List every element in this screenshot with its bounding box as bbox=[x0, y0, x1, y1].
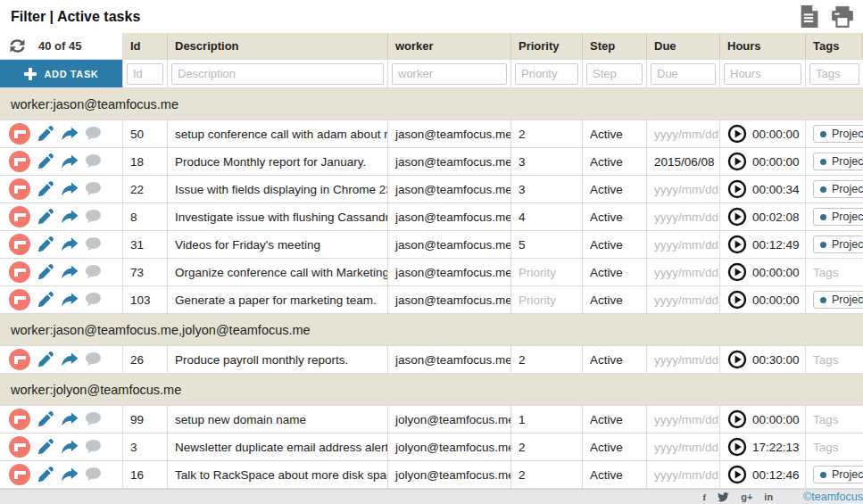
task-due-field[interactable]: yyyy/mm/dd bbox=[647, 120, 720, 147]
tag-chip[interactable]: Project bbox=[813, 125, 863, 143]
task-priority-field[interactable]: 3 bbox=[511, 148, 583, 175]
task-tags-field[interactable]: Project bbox=[806, 461, 863, 488]
start-timer-button[interactable] bbox=[727, 124, 747, 144]
forward-task-button[interactable] bbox=[61, 352, 79, 368]
filter-priority-input[interactable] bbox=[515, 63, 578, 85]
task-tags-field[interactable]: Project bbox=[806, 231, 863, 258]
edit-task-button[interactable] bbox=[37, 125, 54, 143]
linkedin-icon[interactable]: in bbox=[764, 492, 773, 502]
comment-task-button[interactable] bbox=[85, 153, 103, 169]
task-priority-field[interactable]: 1 bbox=[511, 406, 583, 433]
comment-task-button[interactable] bbox=[85, 181, 103, 197]
filter-step-input[interactable] bbox=[586, 63, 643, 85]
start-timer-button[interactable] bbox=[727, 409, 747, 429]
comment-task-button[interactable] bbox=[85, 236, 103, 252]
filter-hours-input[interactable] bbox=[724, 63, 801, 85]
facebook-icon[interactable]: f bbox=[703, 492, 707, 502]
column-header-description[interactable]: Description bbox=[168, 33, 388, 59]
comment-task-button[interactable] bbox=[85, 292, 103, 308]
comment-task-button[interactable] bbox=[85, 351, 103, 368]
filter-tags-input[interactable] bbox=[809, 63, 859, 85]
edit-task-button[interactable] bbox=[37, 291, 54, 309]
forward-task-button[interactable] bbox=[61, 293, 79, 308]
forward-task-button[interactable] bbox=[61, 127, 79, 142]
forward-task-button[interactable] bbox=[61, 154, 79, 169]
edit-task-button[interactable] bbox=[37, 235, 54, 253]
task-priority-field[interactable]: Priority bbox=[511, 259, 583, 285]
comment-task-button[interactable] bbox=[85, 126, 103, 142]
column-header-worker[interactable]: worker bbox=[388, 33, 511, 59]
tag-chip[interactable]: Project bbox=[813, 153, 863, 170]
column-header-priority[interactable]: Priority bbox=[511, 33, 583, 59]
forward-task-button[interactable] bbox=[61, 237, 79, 252]
flag-task-button[interactable] bbox=[9, 234, 30, 255]
comment-task-button[interactable] bbox=[85, 209, 103, 225]
task-priority-field[interactable]: 2 bbox=[511, 434, 583, 460]
flag-task-button[interactable] bbox=[9, 206, 30, 227]
start-timer-button[interactable] bbox=[727, 350, 747, 369]
start-timer-button[interactable] bbox=[727, 262, 747, 282]
comment-task-button[interactable] bbox=[85, 467, 103, 483]
task-due-field[interactable]: yyyy/mm/dd bbox=[647, 203, 720, 230]
forward-task-button[interactable] bbox=[61, 412, 79, 427]
filter-due-input[interactable] bbox=[651, 63, 716, 85]
refresh-button[interactable] bbox=[5, 34, 29, 58]
edit-task-button[interactable] bbox=[37, 466, 54, 483]
forward-task-button[interactable] bbox=[61, 210, 79, 225]
task-priority-field[interactable]: Priority bbox=[511, 286, 583, 313]
task-priority-field[interactable]: 2 bbox=[511, 120, 583, 147]
task-due-field[interactable]: yyyy/mm/dd bbox=[647, 231, 720, 258]
task-due-field[interactable]: yyyy/mm/dd bbox=[647, 259, 720, 285]
task-priority-field[interactable]: 5 bbox=[511, 231, 583, 258]
edit-task-button[interactable] bbox=[37, 351, 54, 368]
document-icon[interactable] bbox=[797, 5, 820, 29]
start-timer-button[interactable] bbox=[727, 465, 747, 484]
task-tags-field[interactable]: Project bbox=[806, 120, 863, 147]
column-header-hours[interactable]: Hours bbox=[720, 33, 806, 59]
filter-id-input[interactable] bbox=[127, 63, 163, 85]
task-due-field[interactable]: yyyy/mm/dd bbox=[647, 346, 720, 373]
start-timer-button[interactable] bbox=[727, 437, 747, 457]
forward-task-button[interactable] bbox=[61, 182, 79, 197]
tag-chip[interactable]: Project bbox=[813, 208, 863, 226]
task-priority-field[interactable]: 2 bbox=[511, 461, 583, 488]
flag-task-button[interactable] bbox=[9, 123, 30, 145]
tag-chip[interactable]: Project bbox=[813, 291, 863, 309]
edit-task-button[interactable] bbox=[37, 180, 54, 198]
edit-task-button[interactable] bbox=[37, 263, 54, 281]
start-timer-button[interactable] bbox=[727, 290, 747, 310]
task-tags-field[interactable]: Tags bbox=[806, 406, 863, 433]
flag-task-button[interactable] bbox=[9, 349, 30, 370]
flag-task-button[interactable] bbox=[9, 178, 30, 200]
add-task-button[interactable]: ADD TASK bbox=[0, 60, 122, 87]
flag-task-button[interactable] bbox=[9, 464, 30, 485]
edit-task-button[interactable] bbox=[37, 410, 54, 428]
copyright-link[interactable]: ©teamfocus bbox=[803, 491, 863, 503]
start-timer-button[interactable] bbox=[727, 207, 747, 227]
forward-task-button[interactable] bbox=[61, 440, 79, 455]
task-due-field[interactable]: yyyy/mm/dd bbox=[647, 434, 720, 460]
task-tags-field[interactable]: Tags bbox=[806, 259, 863, 285]
column-header-step[interactable]: Step bbox=[583, 33, 647, 59]
start-timer-button[interactable] bbox=[727, 152, 747, 171]
start-timer-button[interactable] bbox=[727, 235, 747, 254]
edit-task-button[interactable] bbox=[37, 438, 54, 456]
column-header-tags[interactable]: Tags bbox=[806, 33, 863, 59]
flag-task-button[interactable] bbox=[9, 289, 30, 310]
task-tags-field[interactable]: Project bbox=[806, 148, 863, 175]
task-tags-field[interactable]: Project bbox=[806, 286, 863, 313]
task-due-field[interactable]: yyyy/mm/dd bbox=[647, 406, 720, 433]
task-due-field[interactable]: yyyy/mm/dd bbox=[647, 461, 720, 488]
task-priority-field[interactable]: 4 bbox=[511, 203, 583, 230]
tag-chip[interactable]: Project bbox=[813, 235, 863, 253]
task-tags-field[interactable]: Tags bbox=[806, 434, 863, 460]
task-due-field[interactable]: 2015/06/08 bbox=[647, 148, 720, 175]
flag-task-button[interactable] bbox=[9, 436, 30, 458]
edit-task-button[interactable] bbox=[37, 208, 54, 226]
tag-chip[interactable]: Project bbox=[813, 466, 863, 483]
comment-task-button[interactable] bbox=[85, 411, 103, 427]
task-priority-field[interactable]: 2 bbox=[511, 346, 583, 373]
twitter-icon[interactable] bbox=[718, 492, 729, 502]
flag-task-button[interactable] bbox=[9, 261, 30, 283]
filter-worker-input[interactable] bbox=[392, 63, 507, 85]
